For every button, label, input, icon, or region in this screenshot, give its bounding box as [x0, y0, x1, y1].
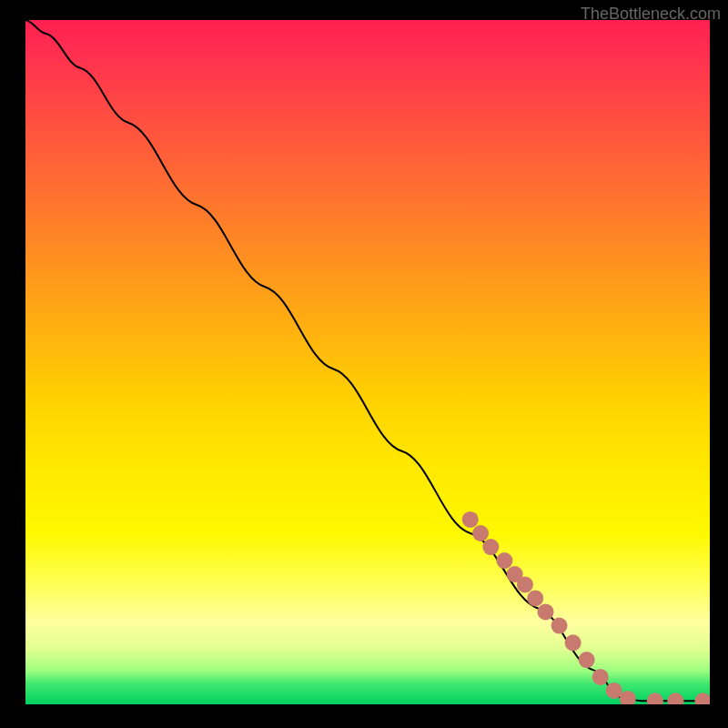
data-points-group — [462, 511, 710, 704]
chart-plot-area — [25, 20, 710, 704]
data-point — [527, 590, 543, 606]
chart-svg — [25, 20, 710, 704]
data-point — [565, 634, 581, 651]
data-point — [647, 693, 663, 704]
data-point — [694, 693, 710, 704]
data-point — [592, 669, 609, 685]
data-point — [538, 603, 554, 620]
data-point — [482, 539, 499, 555]
data-point — [496, 552, 512, 569]
watermark-text: TheBottleneck.com — [581, 5, 721, 24]
data-point — [472, 525, 489, 541]
data-point — [579, 652, 595, 668]
data-point — [517, 576, 533, 592]
data-point — [551, 618, 568, 634]
data-point — [462, 511, 479, 528]
data-point — [606, 682, 622, 699]
bottleneck-curve — [25, 20, 710, 701]
data-point — [620, 691, 636, 704]
data-point — [667, 693, 683, 704]
